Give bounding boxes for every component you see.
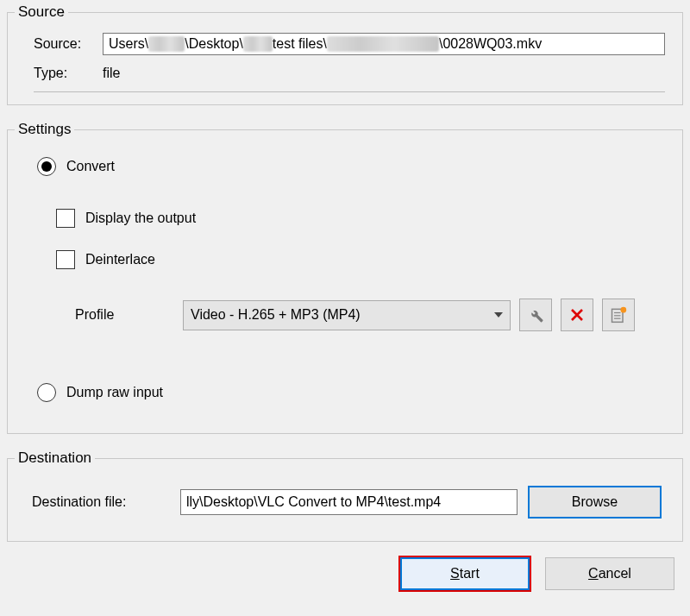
cancel-button[interactable]: Cancel (545, 557, 674, 590)
edit-profile-button[interactable] (519, 299, 552, 331)
destination-file-value: lly\Desktop\VLC Convert to MP4\test.mp4 (186, 494, 441, 510)
checkbox-indicator-icon (56, 250, 75, 269)
deinterlace-checkbox[interactable]: Deinterlace (56, 250, 660, 269)
delete-profile-button[interactable] (561, 299, 593, 331)
start-button-label: Start (450, 566, 480, 581)
source-path-label: Source: (34, 36, 103, 52)
browse-button[interactable]: Browse (528, 486, 662, 519)
destination-file-input[interactable]: lly\Desktop\VLC Convert to MP4\test.mp4 (180, 489, 518, 515)
svg-point-4 (621, 307, 627, 313)
new-document-icon (610, 306, 627, 324)
convert-radio[interactable]: Convert (37, 157, 660, 176)
start-button[interactable]: Start (400, 557, 530, 590)
browse-button-label: Browse (572, 494, 618, 510)
source-legend: Source (15, 3, 68, 21)
source-divider (34, 91, 665, 92)
convert-radio-label: Convert (66, 159, 115, 174)
profile-select[interactable]: Video - H.265 + MP3 (MP4) (183, 300, 511, 330)
chevron-down-icon (494, 312, 503, 317)
source-type-value: file (103, 66, 120, 81)
settings-groupbox: Settings Convert Display the output Dein… (7, 121, 683, 434)
display-output-label: Display the output (85, 211, 196, 226)
dialog-button-row: Start Cancel (7, 554, 683, 590)
destination-groupbox: Destination Destination file: lly\Deskto… (7, 449, 683, 542)
source-path-seg3: test files\ (273, 36, 327, 52)
profile-label: Profile (75, 307, 174, 323)
wrench-icon (527, 306, 544, 324)
redacted-segment (243, 36, 273, 52)
dump-radio-label: Dump raw input (66, 385, 163, 400)
cancel-button-label: Cancel (588, 566, 631, 581)
destination-legend: Destination (15, 449, 95, 467)
dump-radio[interactable]: Dump raw input (37, 383, 660, 402)
redacted-segment (327, 36, 439, 52)
new-profile-button[interactable] (602, 299, 635, 331)
radio-indicator-icon (37, 157, 56, 176)
source-path-input[interactable]: Users\ \Desktop\ test files\ \0028WQ03.m… (103, 33, 665, 55)
profile-select-value: Video - H.265 + MP3 (MP4) (191, 307, 361, 323)
close-icon (569, 307, 585, 323)
redacted-segment (148, 36, 185, 52)
deinterlace-label: Deinterlace (85, 252, 155, 267)
source-type-label: Type: (34, 66, 103, 81)
checkbox-indicator-icon (56, 209, 75, 228)
radio-indicator-icon (37, 383, 56, 402)
source-path-seg2: \Desktop\ (185, 36, 243, 52)
destination-file-label: Destination file: (32, 494, 170, 510)
source-groupbox: Source Source: Users\ \Desktop\ test fil… (7, 3, 683, 105)
source-path-seg1: Users\ (109, 36, 148, 52)
display-output-checkbox[interactable]: Display the output (56, 209, 660, 228)
source-path-seg4: \0028WQ03.mkv (439, 36, 542, 52)
settings-legend: Settings (15, 121, 74, 138)
